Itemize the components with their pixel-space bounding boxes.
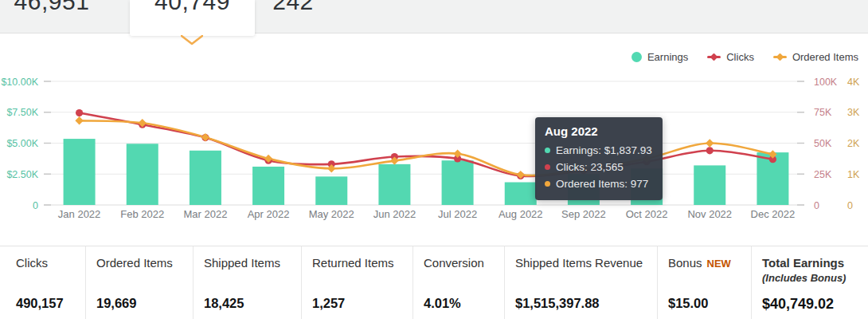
stat-column: Bonus NEW $15.00 [657,246,751,319]
new-badge: NEW [707,258,731,270]
summary-tab-1[interactable]: 46,951 [0,0,104,33]
stat-column: Ordered Items 19,669 [85,246,193,319]
stat-value: $15.00 [668,296,749,311]
svg-text:50K: 50K [814,138,832,149]
chart-legend: Earnings Clicks Ordered Items [631,51,858,63]
stat-column: Total Earnings (Includes Bonus) $40,749.… [751,246,868,319]
tooltip-row-clicks: Clicks: 23,565 [545,159,652,175]
chevron-down-icon [181,35,203,45]
legend-label-clicks: Clicks [726,51,754,63]
ordered-items-dot-icon [545,181,550,187]
svg-text:Jun 2022: Jun 2022 [373,208,416,220]
stat-column: Shipped Items Revenue $1,515,397.88 [504,246,657,319]
stat-value: 18,425 [204,296,299,311]
stat-value: 1,257 [312,296,411,311]
stat-sublabel: (Includes Bonus) [762,272,863,284]
stat-label: Conversion [424,256,484,270]
svg-text:$10.00K: $10.00K [1,77,38,88]
svg-text:$5.00K: $5.00K [6,138,38,149]
svg-text:May 2022: May 2022 [309,208,354,220]
legend-item-ordered-items[interactable]: Ordered Items [773,51,858,63]
summary-strip: 46,951 40,749 242 [0,0,868,45]
stat-label: Clicks [16,256,48,270]
legend-label-earnings: Earnings [647,51,688,63]
legend-label-ordered-items: Ordered Items [792,51,858,63]
stat-label: Bonus [668,256,702,270]
stat-label: Shipped Items Revenue [515,256,643,270]
chart-tooltip: Aug 2022 Earnings: $1,837.93 Clicks: 23,… [535,117,663,200]
svg-text:Aug 2022: Aug 2022 [499,208,543,220]
clicks-dot-icon [545,164,550,170]
earnings-legend-icon [631,52,642,62]
svg-text:3K: 3K [847,107,860,118]
stat-value: $1,515,397.88 [515,296,655,311]
earnings-clicks-ordered-chart[interactable]: $10.00K100K4K$7.50K75K3K$5.00K50K2K$2.50… [0,70,868,230]
svg-text:Jan 2022: Jan 2022 [58,208,101,220]
stat-label: Shipped Items [204,256,280,270]
svg-text:0: 0 [814,200,819,211]
stat-value: 19,669 [96,296,191,311]
svg-text:Jul 2022: Jul 2022 [438,208,477,220]
stat-column: Shipped Items 18,425 [193,246,301,319]
svg-text:Oct 2022: Oct 2022 [626,208,668,220]
summary-tab-3-value: 242 [255,0,331,15]
stat-column: Returned Items 1,257 [301,246,412,319]
summary-tab-1-value: 46,951 [0,0,104,15]
svg-text:Dec 2022: Dec 2022 [751,208,796,220]
stat-label: Ordered Items [96,256,173,270]
stat-column: Clicks 490,157 [0,246,85,319]
legend-item-clicks[interactable]: Clicks [707,51,754,63]
legend-item-earnings[interactable]: Earnings [631,51,688,63]
svg-text:$2.50K: $2.50K [6,169,38,180]
tooltip-row-earnings: Earnings: $1,837.93 [545,142,652,159]
tooltip-title: Aug 2022 [545,124,652,138]
svg-text:Apr 2022: Apr 2022 [248,208,290,220]
svg-text:Nov 2022: Nov 2022 [687,208,732,220]
stat-label: Returned Items [312,256,394,270]
tooltip-row-ordered-items: Ordered Items: 977 [545,175,652,192]
svg-text:75K: 75K [814,107,832,118]
svg-text:25K: 25K [814,169,832,180]
svg-text:Feb 2022: Feb 2022 [120,208,164,220]
svg-text:0: 0 [33,200,38,211]
clicks-legend-icon [707,53,721,61]
svg-text:Mar 2022: Mar 2022 [183,208,227,220]
summary-tab-3[interactable]: 242 [255,0,331,33]
earnings-dot-icon [545,148,550,153]
summary-tab-2-selected[interactable]: 40,749 [130,0,255,36]
svg-text:4K: 4K [847,77,860,88]
stat-label: Total Earnings [762,256,844,270]
svg-text:$7.50K: $7.50K [6,107,38,118]
stat-value: 490,157 [16,296,84,311]
stat-value: 4.01% [424,296,502,311]
svg-text:100K: 100K [814,77,838,88]
svg-text:Sep 2022: Sep 2022 [561,208,606,220]
stats-table: Clicks 490,157 Ordered Items 19,669 Ship… [0,246,868,319]
svg-text:0: 0 [847,200,853,211]
ordered-items-legend-icon [773,53,787,61]
svg-text:2K: 2K [847,138,860,149]
svg-text:1K: 1K [847,169,860,180]
stat-value: $40,749.02 [762,296,866,313]
stat-column: Conversion 4.01% [412,246,504,319]
summary-tab-2-value: 40,749 [130,0,255,15]
